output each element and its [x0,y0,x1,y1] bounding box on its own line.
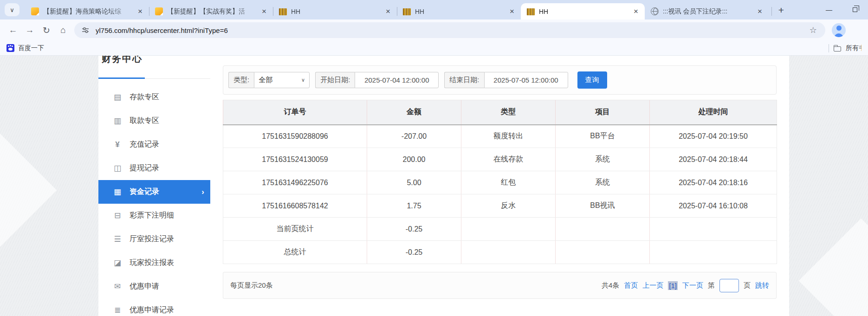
close-icon[interactable]: × [384,7,392,16]
query-button[interactable]: 查询 [577,71,607,89]
sidebar-item[interactable]: 厅室投注记录 › [98,227,210,251]
browser-tab[interactable]: :::视讯 会员下注纪录::: × [645,3,769,19]
wallet-icon [112,163,123,173]
table-row: 1751616608578142 1.75 反水 BB视讯 2025-07-04… [223,194,777,218]
tab-list: 【新提醒】海燕策略论坛综 × 【新提醒】【实战有奖】活 × HH × [25,3,769,19]
hh-gold-icon [279,8,287,15]
column-header: 订单号 [223,100,367,125]
type-cell: 在线存款 [461,148,556,171]
baidu-favicon-icon [6,44,14,52]
table-row: 1751631524130059 200.00 在线存款 系统 2025-07-… [223,148,777,171]
end-date-input[interactable] [484,72,568,88]
sidebar-item[interactable]: 充值记录 › [98,133,210,156]
all-bookmarks-label[interactable]: 所有书签 [846,44,862,52]
close-icon[interactable]: × [260,7,268,16]
chevron-right-icon: › [201,187,204,197]
tab-title: HH [291,8,382,15]
sidebar-item[interactable]: 存款专区 › [98,85,210,109]
prev-page-link[interactable]: 上一页 [642,281,663,290]
first-page-link[interactable]: 首页 [624,281,638,290]
browser-tab[interactable]: 【新提醒】海燕策略论坛综 × [25,3,149,19]
end-date-label: 结束日期: [444,72,484,88]
empty-cell [556,218,650,241]
sidebar-item[interactable]: 资金记录 › [98,180,210,204]
hh-gold-icon [403,8,411,15]
bookmark-star-icon[interactable]: ☆ [807,25,820,35]
close-icon[interactable]: × [136,7,144,16]
money-record-icon [112,187,123,197]
sidebar-item-label: 存款专区 [130,92,159,102]
sidebar-item[interactable]: 优惠申请记录 › [98,298,210,316]
table-header-row: 订单号金额类型项目处理时间 [223,100,777,125]
home-button[interactable]: ⌂ [55,22,71,39]
summary-amount-cell: -0.25 [367,218,461,241]
bookmarks-bar: 百度一下 所有书签 [0,41,868,56]
sidebar-item[interactable]: 彩票下注明细 › [98,204,210,227]
jump-link[interactable]: 跳转 [755,281,769,290]
browser-window: ∨ 【新提醒】海燕策略论坛综 × 【新提醒】【实战有奖】活 × HH [0,0,868,316]
profile-avatar[interactable] [832,23,846,37]
sidebar-item-label: 玩家投注报表 [130,258,174,268]
empty-cell [556,241,650,264]
time-cell: 2025-07-04 20:18:16 [650,171,777,194]
tab-strip: ∨ 【新提醒】海燕策略论坛综 × 【新提醒】【实战有奖】活 × HH [0,0,868,19]
sidebar-item[interactable]: 优惠申请 › [98,275,210,298]
new-tab-button[interactable]: + [775,4,788,17]
bookmark-item[interactable]: 百度一下 [6,44,44,52]
forward-button[interactable]: → [21,22,38,39]
bank-card-icon [112,92,123,102]
total-count-text: 共4条 [602,281,619,290]
project-cell: 系统 [556,171,650,194]
site-settings-icon[interactable] [82,26,89,34]
ticket-icon [112,211,123,220]
type-cell: 红包 [461,171,556,194]
tab-search-button[interactable]: ∨ [5,3,19,16]
sidebar-item[interactable]: 玩家投注报表 › [98,251,210,275]
time-cell: 2025-07-04 20:18:44 [650,148,777,171]
close-icon[interactable]: × [632,7,640,16]
amount-cell: 5.00 [367,171,461,194]
start-date-input[interactable] [355,72,439,88]
minimize-button[interactable]: — [816,0,842,19]
summary-row: 当前页统计 -0.25 [223,218,777,241]
time-cell: 2025-07-04 20:19:50 [650,125,777,148]
record-list-icon [112,305,123,315]
page-content: 财务中心 存款专区 › 取款专区 [0,56,868,316]
type-select[interactable]: 全部 ∨ [254,72,310,88]
main-content: 类型: 全部 ∨ 开始日期: 结束日期: 查询 [223,56,777,299]
forum-note-icon [31,7,39,15]
browser-tab[interactable]: HH × [521,3,645,19]
amount-cell: -207.00 [367,125,461,148]
browser-tab[interactable]: 【新提醒】【实战有奖】活 × [149,3,273,19]
address-bar[interactable]: yl756.com/hhcp/usercenter.html?iniType=6… [74,22,825,38]
next-page-link[interactable]: 下一页 [682,281,703,290]
sidebar-item-label: 彩票下注明细 [130,211,174,220]
column-header: 金额 [367,100,461,125]
browser-tab[interactable]: HH × [273,3,397,19]
summary-label-cell: 当前页统计 [223,218,367,241]
restore-button[interactable] [842,0,868,19]
sidebar-item[interactable]: 提现记录 › [98,156,210,180]
sidebar-item[interactable]: 取款专区 › [98,109,210,133]
order-id-cell: 1751616608578142 [223,194,367,218]
bookmark-label: 百度一下 [18,44,44,52]
reload-button[interactable]: ↻ [38,22,55,39]
browser-tab[interactable]: HH × [397,3,521,19]
sidebar-item-label: 优惠申请记录 [130,305,174,315]
bookmarks-divider [829,44,829,52]
active-tab-underline [98,77,145,79]
close-icon[interactable]: × [508,7,516,16]
close-icon[interactable]: × [756,7,764,16]
sidebar-item-label: 取款专区 [130,116,159,126]
chart-icon [112,258,123,268]
empty-cell [650,241,777,264]
tab-title: 【新提醒】【实战有奖】活 [167,7,258,16]
order-id-cell: 1751631524130059 [223,148,367,171]
project-cell: BB视讯 [556,194,650,218]
hand-money-icon [112,116,123,126]
sidebar-menu: 存款专区 › 取款专区 › 充值记录 › [98,85,210,316]
chevron-down-icon: ∨ [10,6,14,13]
sidebar-item-label: 优惠申请 [130,282,159,291]
back-button[interactable]: ← [5,22,21,39]
page-jump-input[interactable] [719,279,739,292]
